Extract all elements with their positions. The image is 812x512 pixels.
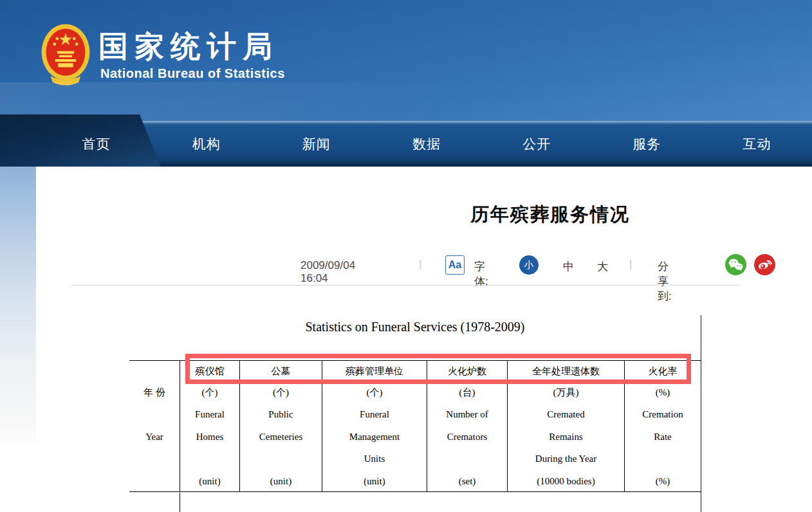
separator: | [629,258,632,271]
nav-item-news[interactable]: 新闻 [261,121,371,167]
left-margin-gradient [0,167,36,450]
site-subtitle: National Bureau of Statistics [100,66,285,81]
page: 国家统计局 National Bureau of Statistics 首页 机… [0,0,812,512]
table-title: Statistics on Funeral Services (1978-200… [129,320,701,334]
table-cell: (%)Cremation Rate (%) [624,381,701,491]
table-cell: (万具)Cremated RemainsDuring the Year (100… [507,381,624,491]
nav-items: 首页 机构 新闻 数据 公开 服务 互动 [41,121,812,167]
table-cell: 年 份 Year [129,381,180,491]
table-right-border [701,315,701,512]
site-header: 国家统计局 National Bureau of Statistics [0,0,812,121]
table-cell: (台)Number of Cremators (set) [427,381,507,491]
separator: | [419,258,421,271]
weibo-share-icon[interactable] [754,254,775,275]
table-cell: (个)Funeral ManagementUnits (unit) [322,381,427,491]
table-subheader-row: 年 份 Year (个)Funeral Homes (unit) (个)Publ… [129,381,701,492]
font-size-medium-button[interactable]: 中 [563,259,574,274]
nav-item-data[interactable]: 数据 [371,121,481,167]
header-row-highlight-annotation [185,354,691,384]
nav-item-home[interactable]: 首页 [41,121,151,167]
share-label: 分享到: [658,259,672,304]
site-title: 国家统计局 [98,27,279,67]
column-header-year [129,361,180,381]
font-size-small-button[interactable]: 小 [519,255,539,275]
table-column-divider-continuation [180,493,180,512]
nav-item-institution[interactable]: 机构 [151,121,261,167]
meta-divider-line [71,285,741,286]
table-cell: (个)Public Cemeteries (unit) [239,381,322,491]
font-size-large-button[interactable]: 大 [597,259,608,274]
publish-date: 2009/09/04 16:04 [300,259,355,285]
font-size-toggle-button[interactable]: Aa [445,255,465,275]
nav-item-services[interactable]: 服务 [592,121,702,167]
page-title: 历年殡葬服务情况 [470,202,630,228]
national-emblem-logo [41,22,91,87]
wechat-share-icon[interactable] [725,254,746,275]
table-cell: (个)Funeral Homes (unit) [180,381,239,491]
nav-item-disclosure[interactable]: 公开 [482,121,592,167]
nav-item-interaction[interactable]: 互动 [702,121,812,167]
